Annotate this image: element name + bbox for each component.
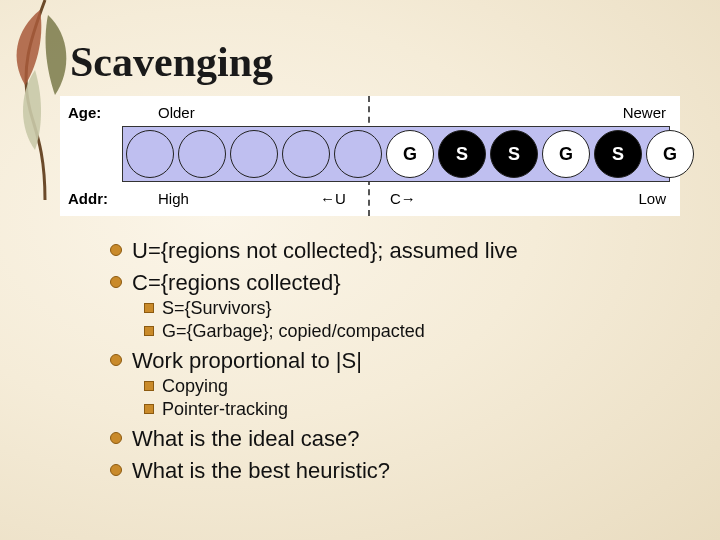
region-garbage: G <box>646 130 694 178</box>
age-newer: Newer <box>623 104 666 121</box>
bullet-text: Pointer-tracking <box>162 399 288 420</box>
bullet-text: U={regions not collected}; assumed live <box>132 238 518 264</box>
addr-c-arrow: C→ <box>390 190 416 207</box>
bullet-icon <box>110 432 122 444</box>
region-uncollected <box>230 130 278 178</box>
bullet-text: G={Garbage}; copied/compacted <box>162 321 425 342</box>
bullet-icon <box>144 381 154 391</box>
bullet-text: C={regions collected} <box>132 270 341 296</box>
bullet-icon <box>110 244 122 256</box>
list-item: Work proportional to |S| <box>110 348 670 374</box>
slide-title: Scavenging <box>70 38 273 86</box>
region-uncollected <box>178 130 226 178</box>
bullet-icon <box>110 354 122 366</box>
region-survivor: S <box>490 130 538 178</box>
region-uncollected <box>334 130 382 178</box>
addr-low: Low <box>638 190 666 207</box>
list-item: C={regions collected} <box>110 270 670 296</box>
region-garbage: G <box>386 130 434 178</box>
bullet-icon <box>110 276 122 288</box>
list-item: What is the best heuristic? <box>110 458 670 484</box>
list-subitem: Pointer-tracking <box>144 399 670 420</box>
memory-diagram: Age: Addr: Older Newer High ←U C→ Low GS… <box>60 96 680 216</box>
bullet-text: S={Survivors} <box>162 298 272 319</box>
region-circles: GSSGSG <box>126 130 694 178</box>
addr-u-arrow: ←U <box>320 190 346 207</box>
addr-high: High <box>158 190 189 207</box>
bullet-icon <box>144 303 154 313</box>
bullet-icon <box>110 464 122 476</box>
region-survivor: S <box>438 130 486 178</box>
bullet-text: What is the ideal case? <box>132 426 359 452</box>
bullet-icon <box>144 326 154 336</box>
list-subitem: Copying <box>144 376 670 397</box>
list-item: U={regions not collected}; assumed live <box>110 238 670 264</box>
bullet-text: Work proportional to |S| <box>132 348 362 374</box>
list-subitem: S={Survivors} <box>144 298 670 319</box>
addr-axis-label: Addr: <box>68 190 108 207</box>
region-garbage: G <box>542 130 590 178</box>
bullet-text: What is the best heuristic? <box>132 458 390 484</box>
region-uncollected <box>282 130 330 178</box>
list-item: What is the ideal case? <box>110 426 670 452</box>
age-older: Older <box>158 104 195 121</box>
region-uncollected <box>126 130 174 178</box>
bullet-list: U={regions not collected}; assumed live … <box>110 232 670 484</box>
bullet-text: Copying <box>162 376 228 397</box>
list-subitem: G={Garbage}; copied/compacted <box>144 321 670 342</box>
region-survivor: S <box>594 130 642 178</box>
age-axis-label: Age: <box>68 104 101 121</box>
bullet-icon <box>144 404 154 414</box>
